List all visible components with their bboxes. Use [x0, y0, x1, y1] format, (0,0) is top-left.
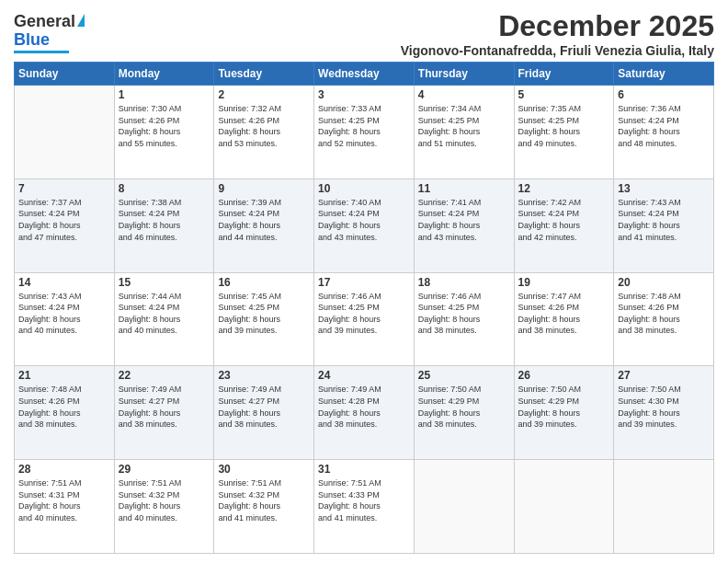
logo-line [14, 51, 69, 53]
calendar-cell: 14Sunrise: 7:43 AM Sunset: 4:24 PM Dayli… [15, 272, 115, 366]
day-info: Sunrise: 7:48 AM Sunset: 4:26 PM Dayligh… [18, 384, 110, 430]
day-info: Sunrise: 7:36 AM Sunset: 4:24 PM Dayligh… [618, 103, 710, 149]
calendar-cell: 21Sunrise: 7:48 AM Sunset: 4:26 PM Dayli… [15, 366, 115, 460]
day-number: 15 [119, 276, 210, 289]
calendar-table: SundayMondayTuesdayWednesdayThursdayFrid… [14, 62, 714, 554]
calendar-cell: 16Sunrise: 7:45 AM Sunset: 4:25 PM Dayli… [214, 272, 314, 366]
calendar-cell: 29Sunrise: 7:51 AM Sunset: 4:32 PM Dayli… [114, 460, 214, 554]
day-info: Sunrise: 7:39 AM Sunset: 4:24 PM Dayligh… [218, 197, 310, 243]
day-number: 27 [618, 369, 710, 382]
day-info: Sunrise: 7:44 AM Sunset: 4:24 PM Dayligh… [119, 291, 210, 337]
calendar-cell: 15Sunrise: 7:44 AM Sunset: 4:24 PM Dayli… [114, 272, 214, 366]
calendar-cell: 7Sunrise: 7:37 AM Sunset: 4:24 PM Daylig… [15, 178, 115, 272]
day-info: Sunrise: 7:43 AM Sunset: 4:24 PM Dayligh… [618, 197, 710, 243]
calendar-cell [15, 86, 115, 179]
calendar-cell [614, 460, 714, 554]
day-number: 12 [518, 182, 610, 195]
day-info: Sunrise: 7:50 AM Sunset: 4:29 PM Dayligh… [518, 384, 610, 430]
day-info: Sunrise: 7:46 AM Sunset: 4:25 PM Dayligh… [318, 291, 410, 337]
header: General Blue December 2025 Vigonovo-Font… [14, 9, 714, 58]
calendar-cell: 18Sunrise: 7:46 AM Sunset: 4:25 PM Dayli… [414, 272, 514, 366]
day-header-saturday: Saturday [614, 63, 714, 86]
day-number: 28 [18, 463, 110, 476]
calendar-cell: 1Sunrise: 7:30 AM Sunset: 4:26 PM Daylig… [114, 86, 214, 179]
day-header-monday: Monday [114, 63, 214, 86]
day-number: 11 [418, 182, 510, 195]
calendar-week-row: 7Sunrise: 7:37 AM Sunset: 4:24 PM Daylig… [15, 178, 714, 272]
day-number: 29 [119, 463, 210, 476]
day-info: Sunrise: 7:42 AM Sunset: 4:24 PM Dayligh… [518, 197, 610, 243]
day-info: Sunrise: 7:40 AM Sunset: 4:24 PM Dayligh… [318, 197, 410, 243]
day-info: Sunrise: 7:51 AM Sunset: 4:32 PM Dayligh… [218, 477, 310, 523]
day-number: 3 [318, 88, 410, 101]
calendar-cell: 26Sunrise: 7:50 AM Sunset: 4:29 PM Dayli… [514, 366, 614, 460]
day-number: 2 [218, 88, 310, 101]
day-number: 26 [518, 369, 610, 382]
day-number: 20 [618, 276, 710, 289]
calendar-cell: 19Sunrise: 7:47 AM Sunset: 4:26 PM Dayli… [514, 272, 614, 366]
day-info: Sunrise: 7:45 AM Sunset: 4:25 PM Dayligh… [218, 291, 310, 337]
page: General Blue December 2025 Vigonovo-Font… [0, 0, 728, 563]
day-info: Sunrise: 7:49 AM Sunset: 4:27 PM Dayligh… [218, 384, 310, 430]
day-number: 4 [418, 88, 510, 101]
calendar-cell: 17Sunrise: 7:46 AM Sunset: 4:25 PM Dayli… [314, 272, 415, 366]
day-info: Sunrise: 7:32 AM Sunset: 4:26 PM Dayligh… [218, 103, 310, 149]
calendar-cell: 4Sunrise: 7:34 AM Sunset: 4:25 PM Daylig… [414, 86, 514, 179]
day-header-friday: Friday [514, 63, 614, 86]
calendar-week-row: 21Sunrise: 7:48 AM Sunset: 4:26 PM Dayli… [15, 366, 714, 460]
calendar-cell: 5Sunrise: 7:35 AM Sunset: 4:25 PM Daylig… [514, 86, 614, 179]
day-number: 22 [119, 369, 210, 382]
day-number: 10 [318, 182, 410, 195]
logo: General Blue [14, 13, 85, 53]
calendar-cell [414, 460, 514, 554]
calendar-week-row: 28Sunrise: 7:51 AM Sunset: 4:31 PM Dayli… [15, 460, 714, 554]
day-header-wednesday: Wednesday [314, 63, 415, 86]
calendar-cell: 11Sunrise: 7:41 AM Sunset: 4:24 PM Dayli… [414, 178, 514, 272]
logo-blue-text: Blue [14, 31, 50, 50]
day-number: 1 [119, 88, 210, 101]
day-info: Sunrise: 7:48 AM Sunset: 4:26 PM Dayligh… [618, 291, 710, 337]
calendar-cell: 3Sunrise: 7:33 AM Sunset: 4:25 PM Daylig… [314, 86, 415, 179]
day-info: Sunrise: 7:51 AM Sunset: 4:33 PM Dayligh… [318, 477, 410, 523]
day-number: 8 [119, 182, 210, 195]
calendar-cell: 10Sunrise: 7:40 AM Sunset: 4:24 PM Dayli… [314, 178, 415, 272]
calendar-cell: 22Sunrise: 7:49 AM Sunset: 4:27 PM Dayli… [114, 366, 214, 460]
day-info: Sunrise: 7:51 AM Sunset: 4:31 PM Dayligh… [18, 477, 110, 523]
calendar-cell: 24Sunrise: 7:49 AM Sunset: 4:28 PM Dayli… [314, 366, 415, 460]
day-info: Sunrise: 7:49 AM Sunset: 4:27 PM Dayligh… [119, 384, 210, 430]
logo-icon [77, 14, 85, 27]
day-number: 23 [218, 369, 310, 382]
day-info: Sunrise: 7:43 AM Sunset: 4:24 PM Dayligh… [18, 291, 110, 337]
title-section: December 2025 Vigonovo-Fontanafredda, Fr… [401, 9, 714, 58]
day-info: Sunrise: 7:30 AM Sunset: 4:26 PM Dayligh… [119, 103, 210, 149]
calendar-cell: 8Sunrise: 7:38 AM Sunset: 4:24 PM Daylig… [114, 178, 214, 272]
day-number: 13 [618, 182, 710, 195]
day-info: Sunrise: 7:49 AM Sunset: 4:28 PM Dayligh… [318, 384, 410, 430]
calendar-cell: 20Sunrise: 7:48 AM Sunset: 4:26 PM Dayli… [614, 272, 714, 366]
location-title: Vigonovo-Fontanafredda, Friuli Venezia G… [401, 43, 714, 58]
calendar-week-row: 14Sunrise: 7:43 AM Sunset: 4:24 PM Dayli… [15, 272, 714, 366]
day-info: Sunrise: 7:34 AM Sunset: 4:25 PM Dayligh… [418, 103, 510, 149]
day-number: 24 [318, 369, 410, 382]
calendar-cell: 23Sunrise: 7:49 AM Sunset: 4:27 PM Dayli… [214, 366, 314, 460]
day-info: Sunrise: 7:47 AM Sunset: 4:26 PM Dayligh… [518, 291, 610, 337]
calendar-cell: 13Sunrise: 7:43 AM Sunset: 4:24 PM Dayli… [614, 178, 714, 272]
day-number: 30 [218, 463, 310, 476]
day-number: 5 [518, 88, 610, 101]
day-number: 18 [418, 276, 510, 289]
day-number: 6 [618, 88, 710, 101]
day-info: Sunrise: 7:50 AM Sunset: 4:30 PM Dayligh… [618, 384, 710, 430]
logo-text: General [14, 13, 85, 31]
calendar-cell: 6Sunrise: 7:36 AM Sunset: 4:24 PM Daylig… [614, 86, 714, 179]
day-info: Sunrise: 7:46 AM Sunset: 4:25 PM Dayligh… [418, 291, 510, 337]
day-info: Sunrise: 7:35 AM Sunset: 4:25 PM Dayligh… [518, 103, 610, 149]
day-info: Sunrise: 7:50 AM Sunset: 4:29 PM Dayligh… [418, 384, 510, 430]
day-number: 21 [18, 369, 110, 382]
day-number: 14 [18, 276, 110, 289]
calendar-cell [514, 460, 614, 554]
day-info: Sunrise: 7:41 AM Sunset: 4:24 PM Dayligh… [418, 197, 510, 243]
calendar-cell: 30Sunrise: 7:51 AM Sunset: 4:32 PM Dayli… [214, 460, 314, 554]
day-header-sunday: Sunday [15, 63, 115, 86]
day-info: Sunrise: 7:51 AM Sunset: 4:32 PM Dayligh… [119, 477, 210, 523]
calendar-cell: 31Sunrise: 7:51 AM Sunset: 4:33 PM Dayli… [314, 460, 415, 554]
